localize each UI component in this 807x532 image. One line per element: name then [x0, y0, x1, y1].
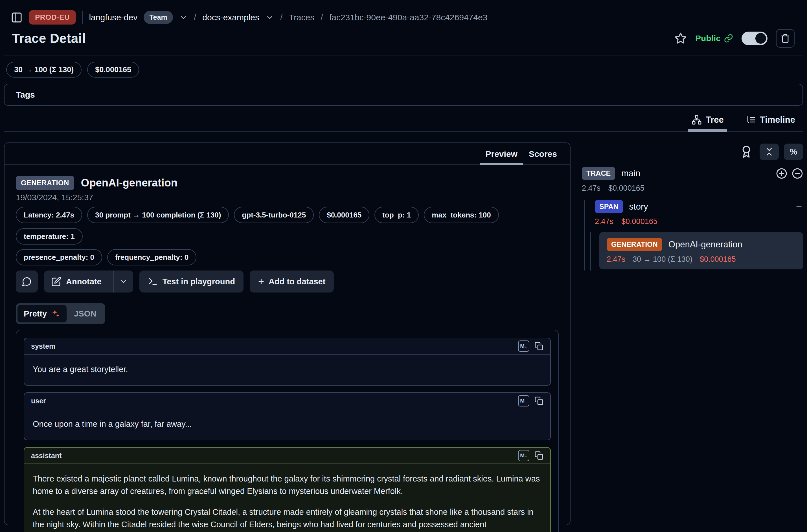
- trace-cost-pill[interactable]: $0.000165: [87, 62, 139, 78]
- tab-tree[interactable]: Tree: [688, 113, 727, 131]
- generation-cost: $0.000165: [700, 255, 736, 264]
- cost-pill[interactable]: $0.000165: [319, 207, 369, 223]
- format-json-button[interactable]: JSON: [67, 309, 104, 319]
- tree-icon: [692, 115, 702, 125]
- format-pretty-button[interactable]: Pretty: [18, 305, 67, 322]
- copy-icon[interactable]: [534, 451, 543, 460]
- org-type-pill: Team: [144, 11, 173, 24]
- token-usage-pill[interactable]: 30 prompt → 100 completion (Σ 130): [87, 207, 229, 223]
- public-link[interactable]: Public: [695, 34, 733, 43]
- public-toggle[interactable]: [742, 32, 768, 45]
- delete-trace-button[interactable]: [776, 29, 794, 48]
- message-header: assistant M↓: [24, 448, 550, 464]
- org-chevron-down-icon[interactable]: [179, 13, 188, 22]
- message-role: system: [31, 342, 55, 350]
- annotate-button[interactable]: Annotate: [44, 270, 109, 292]
- observation-card: Preview Scores GENERATION OpenAI-generat…: [4, 142, 570, 525]
- copy-icon[interactable]: [534, 396, 543, 405]
- message-header: system M↓: [24, 338, 550, 355]
- tab-timeline[interactable]: Timeline: [743, 113, 799, 131]
- test-in-playground-label: Test in playground: [163, 277, 235, 286]
- test-in-playground-button[interactable]: Test in playground: [139, 270, 244, 292]
- chevrons-down-up-icon: [764, 147, 774, 157]
- breadcrumb-traces[interactable]: Traces: [289, 13, 315, 22]
- annotate-dropdown-button[interactable]: [113, 270, 133, 292]
- sidebar-toggle-icon[interactable]: [11, 12, 23, 23]
- environment-badge[interactable]: PROD-EU: [29, 10, 76, 24]
- markdown-toggle-icon[interactable]: M↓: [518, 340, 529, 352]
- message-header: user M↓: [24, 393, 550, 409]
- generation-tokens: 30 → 100 (Σ 130): [633, 255, 692, 264]
- comment-button[interactable]: [16, 270, 38, 292]
- tree-node-generation-selected[interactable]: GENERATION OpenAI-generation 2.47s 30 → …: [599, 232, 803, 269]
- tree-toolbar: %: [582, 144, 803, 160]
- star-icon[interactable]: [674, 32, 687, 44]
- award-icon[interactable]: [740, 145, 753, 158]
- breadcrumb-trace-id: fac231bc-90ee-490a-aa32-78c4269474e3: [329, 13, 487, 22]
- span-children: GENERATION OpenAI-generation 2.47s 30 → …: [590, 232, 803, 270]
- title-row: Trace Detail Public: [12, 29, 794, 48]
- trace-token-usage-pill[interactable]: 30 → 100 (Σ 130): [6, 62, 81, 78]
- observation-body: GENERATION OpenAI-generation 19/03/2024,…: [4, 165, 570, 532]
- span-cost: $0.000165: [621, 217, 657, 226]
- model-pill[interactable]: gpt-3.5-turbo-0125: [234, 207, 314, 223]
- tags-label: Tags: [16, 90, 35, 99]
- span-metrics: 2.47s $0.000165: [595, 217, 803, 226]
- latency-pill[interactable]: Latency: 2.47s: [16, 207, 82, 223]
- tree-zoom-controls: [776, 168, 803, 179]
- trace-metrics-row: 30 → 100 (Σ 130) $0.000165: [6, 62, 803, 78]
- chevron-down-icon: [120, 278, 128, 285]
- tab-tree-label: Tree: [706, 115, 724, 125]
- markdown-toggle-icon[interactable]: M↓: [518, 450, 529, 461]
- tab-timeline-label: Timeline: [760, 115, 795, 125]
- assistant-paragraph-2: At the heart of Lumina stood the towerin…: [33, 506, 542, 531]
- link-icon: [724, 34, 733, 43]
- minus-circle-icon[interactable]: [792, 168, 803, 179]
- plus-icon: +: [258, 276, 264, 287]
- temperature-pill[interactable]: temperature: 1: [16, 228, 83, 245]
- message-content: There existed a majestic planet called L…: [24, 464, 550, 532]
- plus-circle-icon[interactable]: [776, 168, 787, 179]
- trace-name: main: [621, 168, 640, 178]
- copy-icon[interactable]: [534, 342, 543, 350]
- comment-icon: [22, 277, 32, 287]
- annotate-label: Annotate: [66, 277, 101, 286]
- breadcrumb-divider: [82, 11, 83, 24]
- breadcrumb-project[interactable]: docs-examples: [202, 13, 259, 22]
- tags-box[interactable]: Tags: [4, 84, 803, 106]
- generation-name: OpenAI-generation: [669, 240, 743, 250]
- sparkles-icon: [51, 309, 60, 319]
- collapse-all-button[interactable]: [759, 144, 779, 160]
- message-system: system M↓ You are a great storyteller.: [24, 338, 551, 386]
- tab-scores[interactable]: Scores: [523, 148, 563, 165]
- timeline-icon: [746, 115, 756, 125]
- actions-row: Annotate Test in playground + Add to dat…: [16, 270, 559, 292]
- breadcrumb-separator: /: [194, 13, 196, 23]
- top-p-pill[interactable]: top_p: 1: [374, 207, 419, 223]
- markdown-toggle-icon[interactable]: M↓: [518, 395, 529, 406]
- message-content: Once upon a time in a galaxy far, far aw…: [24, 409, 550, 440]
- terminal-icon: [148, 277, 158, 287]
- toggle-knob: [755, 33, 766, 44]
- message-role: user: [31, 397, 46, 405]
- span-type-badge: SPAN: [595, 200, 623, 213]
- observation-timestamp: 19/03/2024, 15:25:37: [16, 193, 559, 202]
- metrics-toggle-button[interactable]: %: [784, 144, 803, 160]
- tab-preview[interactable]: Preview: [480, 148, 523, 165]
- frequency-penalty-pill[interactable]: frequency_penalty: 0: [107, 249, 196, 265]
- messages-container: system M↓ You are a great storyteller. u…: [16, 330, 559, 532]
- collapse-node-icon[interactable]: −: [796, 202, 802, 212]
- presence-penalty-pill[interactable]: presence_penalty: 0: [16, 249, 102, 265]
- view-tabs: Tree Timeline: [4, 113, 803, 132]
- project-chevron-down-icon[interactable]: [265, 13, 274, 22]
- tree-node-trace[interactable]: TRACE main: [582, 167, 803, 180]
- span-name: story: [629, 202, 648, 212]
- add-to-dataset-button[interactable]: + Add to dataset: [250, 270, 334, 292]
- max-tokens-pill[interactable]: max_tokens: 100: [424, 207, 499, 223]
- trace-tree-panel: % TRACE main 2.47s $0.000165 SPAN story …: [582, 142, 803, 270]
- breadcrumb-org[interactable]: langfuse-dev: [89, 13, 137, 22]
- generation-type-badge: GENERATION: [607, 238, 662, 251]
- pretty-label: Pretty: [24, 309, 47, 319]
- title-actions: Public: [674, 29, 794, 48]
- tree-node-span[interactable]: SPAN story −: [595, 200, 803, 213]
